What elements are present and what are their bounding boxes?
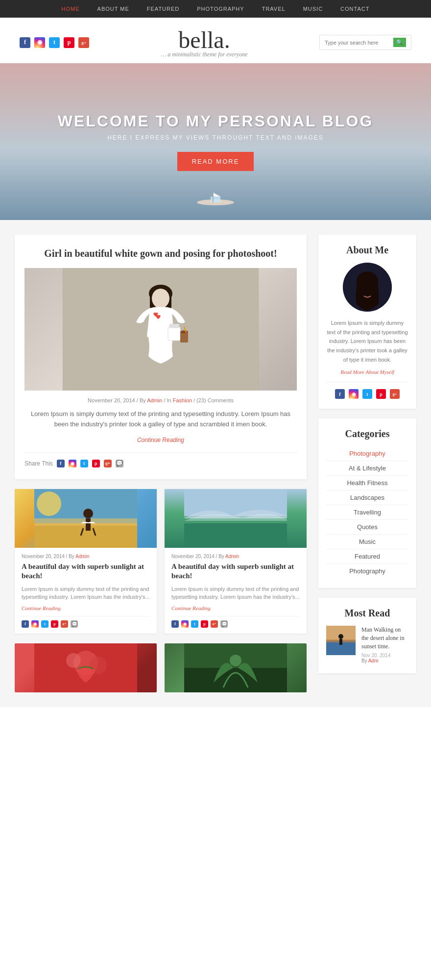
sc1-gp-icon[interactable]: g+ (61, 620, 68, 628)
category-item-featured[interactable]: Featured (326, 549, 408, 564)
share-facebook-icon[interactable]: f (57, 460, 65, 467)
share-instagram-icon[interactable]: ◉ (69, 460, 76, 467)
categories-list: Photography At & Lifestyle Health Fitnes… (326, 446, 408, 578)
sidebar-fb-icon[interactable]: f (335, 389, 345, 399)
most-read-by-1: By Adm (361, 658, 408, 663)
about-text: Lorem Ipsum is simply dummy text of the … (326, 318, 408, 364)
sc1-ig-icon[interactable]: ◉ (31, 620, 39, 628)
sc2-ig-icon[interactable]: ◉ (181, 620, 189, 628)
nav-featured[interactable]: FEATURED (138, 6, 188, 12)
about-read-more-link[interactable]: Read More About Myself (326, 369, 408, 375)
instagram-icon[interactable]: ◉ (34, 37, 45, 48)
small-card-share-1: f ◉ t p g+ 💬 (22, 616, 150, 628)
sc2-gp-icon[interactable]: g+ (211, 620, 218, 628)
small-card-share-2: f ◉ t p g+ 💬 (171, 616, 300, 628)
share-bar: Share This f ◉ t p g+ 💬 (24, 452, 297, 467)
category-item-quotes[interactable]: Quotes (326, 520, 408, 535)
sc1-pi-icon[interactable]: p (51, 620, 58, 628)
share-googleplus-icon[interactable]: g+ (104, 460, 112, 467)
category-item-landscapes[interactable]: Landscapes (326, 490, 408, 505)
small-card-body-1: November 20, 2014 / By Admin A beautiful… (15, 548, 157, 634)
share-pinterest-icon[interactable]: p (92, 460, 100, 467)
nav-photography[interactable]: PHOTOGRAPHY (188, 6, 253, 12)
sc2-fb-icon[interactable]: f (171, 620, 179, 628)
svg-rect-13 (180, 332, 188, 343)
category-item-music[interactable]: Music (326, 535, 408, 549)
sc2-pi-icon[interactable]: p (201, 620, 208, 628)
sc1-chat-icon[interactable]: 💬 (71, 620, 78, 628)
most-read-box: Most Read Man Walking on the desert alon… (318, 598, 416, 673)
most-read-image-1 (326, 626, 356, 655)
facebook-icon[interactable]: f (20, 37, 30, 48)
featured-article-card: Girl in beautiful white gown and posing … (15, 235, 307, 479)
continue-reading-link[interactable]: Continue Reading (24, 437, 297, 443)
hero-subtitle: HERE I EXPRESS MY VIEWS THROUGHT TEXT AN… (58, 134, 374, 141)
small-card-author-1[interactable]: Admin (75, 554, 89, 559)
hero-title: WELCOME TO MY PERSONAL BLOG (58, 112, 374, 130)
small-card-meta-1: November 20, 2014 / By Admin (22, 554, 150, 559)
small-card-body-2: November 20, 2014 / By Admin A beautiful… (165, 548, 307, 634)
sc2-chat-icon[interactable]: 💬 (220, 620, 228, 628)
bottom-thumbnail-2[interactable] (165, 643, 307, 692)
main-container: Girl in beautiful white gown and posing … (0, 220, 431, 707)
category-link-photography[interactable]: Photography (349, 450, 385, 457)
most-read-article-title-1: Man Walking on the desert alone in sunse… (361, 626, 408, 650)
svg-point-39 (369, 287, 373, 292)
category-item-photography[interactable]: Photography (326, 446, 408, 461)
about-me-title: About Me (326, 245, 408, 256)
article-excerpt: Lorem Ipsum is simply dummy text of the … (24, 409, 297, 430)
svg-marker-2 (213, 193, 220, 196)
hero-boat-illustration (196, 192, 235, 205)
sidebar-tw-icon[interactable]: t (362, 389, 372, 399)
most-read-author-link-1[interactable]: Adm (368, 658, 379, 663)
search-input[interactable] (325, 40, 393, 46)
most-read-date-1: Nov 20, 2014 (361, 653, 408, 658)
hero-section: WELCOME TO MY PERSONAL BLOG HERE I EXPRE… (0, 63, 431, 220)
sidebar-gp-icon[interactable]: g+ (390, 389, 400, 399)
sidebar-social-icons: f ◉ t p g+ (326, 382, 408, 399)
bottom-thumbnails (15, 643, 307, 692)
category-item-photography2[interactable]: Photography (326, 564, 408, 578)
googleplus-icon[interactable]: g+ (78, 37, 89, 48)
category-item-health-fitness[interactable]: Health Fitness (326, 476, 408, 490)
site-logo[interactable]: bella. (89, 26, 319, 53)
nav-travel[interactable]: TRAVEL (253, 6, 294, 12)
most-read-info-1: Man Walking on the desert alone in sunse… (361, 626, 408, 663)
category-item-travelling[interactable]: Travelling (326, 505, 408, 520)
hero-read-more-button[interactable]: READ MORE (177, 152, 254, 171)
article-category-link[interactable]: Fashion (173, 397, 192, 403)
sidebar-ig-icon[interactable]: ◉ (349, 389, 359, 399)
categories-title: Categories (326, 428, 408, 440)
svg-point-29 (66, 653, 81, 668)
small-card-continue-1[interactable]: Continue Reading (22, 605, 150, 611)
nav-home[interactable]: HOME (53, 6, 89, 12)
svg-rect-11 (168, 327, 180, 341)
bottom-thumbnail-1[interactable] (15, 643, 157, 692)
svg-rect-21 (86, 518, 91, 531)
small-article-image-1 (15, 489, 157, 548)
search-button[interactable]: 🔍 (393, 38, 406, 47)
right-sidebar: About Me Lorem Ipsum is simply (318, 235, 416, 692)
svg-point-43 (338, 634, 343, 639)
twitter-icon[interactable]: t (49, 37, 60, 48)
svg-point-18 (37, 491, 61, 516)
share-chat-icon[interactable]: 💬 (116, 460, 123, 467)
svg-point-20 (83, 509, 93, 518)
sc2-tw-icon[interactable]: t (191, 620, 198, 628)
small-card-continue-2[interactable]: Continue Reading (171, 605, 300, 611)
small-card-author-2[interactable]: Admin (225, 554, 239, 559)
sc1-fb-icon[interactable]: f (22, 620, 29, 628)
nav-contact[interactable]: CONTACT (332, 6, 378, 12)
top-nav: HOME ABOUT ME FEATURED PHOTOGRAPHY TRAVE… (0, 0, 431, 18)
article-author-link[interactable]: Admin (147, 397, 162, 403)
category-item-art-lifestyle[interactable]: At & Lifestyle (326, 461, 408, 476)
share-twitter-icon[interactable]: t (80, 460, 88, 467)
small-card-excerpt-1: Lorem Ipsum is simply dummy text of the … (22, 585, 150, 601)
nav-about[interactable]: ABOUT ME (89, 6, 138, 12)
nav-music[interactable]: MUSIC (294, 6, 332, 12)
svg-point-14 (180, 330, 188, 333)
site-header: f ◉ t p g+ bella. … a minimalistic theme… (0, 18, 431, 63)
pinterest-icon[interactable]: p (64, 37, 74, 48)
sidebar-pi-icon[interactable]: p (376, 389, 386, 399)
sc1-tw-icon[interactable]: t (41, 620, 48, 628)
